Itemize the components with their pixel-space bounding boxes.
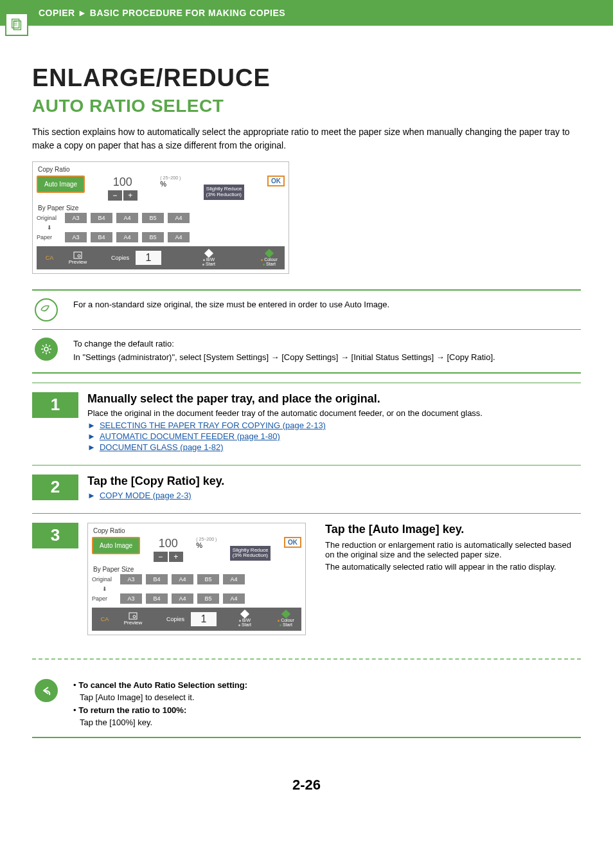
breadcrumb: COPIER ► BASIC PROCEDURE FOR MAKING COPI… <box>39 8 285 18</box>
tip1-body: Tap [Auto Image] to deselect it. <box>73 691 247 704</box>
step-links: ►COPY MODE (page 2-3) <box>87 491 581 500</box>
link-document-glass[interactable]: DOCUMENT GLASS (page 1-82) <box>100 442 224 452</box>
ca-button[interactable]: CA <box>39 255 60 261</box>
tip1-title: To cancel the Auto Ratio Selection setti… <box>78 680 247 690</box>
intro-text: This section explains how to automatical… <box>32 125 581 152</box>
bw-start-button[interactable]: B/W Start <box>232 611 258 627</box>
ratio-plus-button[interactable]: + <box>123 190 138 201</box>
tip2-title: To return the ratio to 100%: <box>78 705 186 715</box>
ok-button[interactable]: OK <box>284 537 301 548</box>
document-stack-icon <box>10 17 24 32</box>
note-title: To change the default ratio: <box>73 338 581 351</box>
percent-symbol: % <box>160 180 166 188</box>
bw-start-button[interactable]: B/W Start <box>196 250 222 266</box>
page-title: ENLARGE/REDUCE <box>32 64 581 92</box>
size-a4r-button[interactable]: A4 <box>168 213 190 223</box>
size-a4r-button[interactable]: A4 <box>168 232 190 242</box>
size-a4-button[interactable]: A4 <box>116 213 138 223</box>
step-desc: Place the original in the document feede… <box>87 408 581 418</box>
copy-ratio-panel: Copy Ratio Auto Image 100 − + ( 25~200 )… <box>32 161 289 274</box>
back-arrow-icon <box>35 679 58 702</box>
step-title: Tap the [Auto Image] key. <box>325 523 581 536</box>
note-text: For a non-standard size original, the si… <box>73 298 581 312</box>
colour-start-button[interactable]: Colour Start <box>256 250 282 266</box>
ratio-minus-button[interactable]: − <box>154 552 168 562</box>
size-b5-button[interactable]: B5 <box>142 213 164 223</box>
size-b5-button[interactable]: B5 <box>142 232 164 242</box>
paper-size-row: Paper A3 B4 A4 B5 A4 <box>37 232 285 242</box>
tip2-body: Tap the [100%] key. <box>73 716 247 729</box>
ratio-minus-button[interactable]: − <box>108 190 122 201</box>
breadcrumb-subsection[interactable]: BASIC PROCEDURE FOR MAKING COPIES <box>90 8 285 18</box>
step-title: Manually select the paper tray, and plac… <box>87 392 581 406</box>
link-paper-tray[interactable]: SELECTING THE PAPER TRAY FOR COPYING (pa… <box>100 420 326 430</box>
page-number: 2-26 <box>32 777 581 793</box>
note-nonstandard: For a non-standard size original, the si… <box>32 291 581 329</box>
auto-image-button[interactable]: Auto Image <box>37 176 85 193</box>
settings-icon <box>35 338 58 361</box>
diamond-icon <box>204 248 213 257</box>
copies-label: Copies <box>111 255 129 261</box>
ok-button[interactable]: OK <box>267 176 285 186</box>
preview-icon <box>129 612 138 620</box>
preview-icon <box>73 251 82 259</box>
ca-button[interactable]: CA <box>94 616 115 622</box>
note-body: In "Settings (administrator)", select [S… <box>73 351 581 365</box>
colour-start-button[interactable]: Colour Start <box>273 611 299 627</box>
original-size-row: Original A3 B4 A4 B5 A4 <box>37 213 285 223</box>
panel-title: Copy Ratio <box>38 166 285 173</box>
arrow-down-icon: ⬇ <box>102 586 301 592</box>
step-1: 1 Manually select the paper tray, and pl… <box>32 383 581 465</box>
note-default-ratio: To change the default ratio: In "Setting… <box>32 330 581 372</box>
link-adf[interactable]: AUTOMATIC DOCUMENT FEEDER (page 1-80) <box>100 431 280 441</box>
svg-point-9 <box>133 615 136 618</box>
step-title: Tap the [Copy Ratio] key. <box>87 475 581 488</box>
step-number: 2 <box>32 475 78 500</box>
ratio-range: ( 25~200 ) <box>160 176 181 180</box>
size-a4-button[interactable]: A4 <box>116 232 138 242</box>
panel-bottom-bar: CA Preview Copies 1 B/W Start Colour Sta… <box>37 246 285 269</box>
arrow-down-icon: ⬇ <box>47 224 285 231</box>
svg-point-6 <box>78 255 80 257</box>
link-copy-mode[interactable]: COPY MODE (page 2-3) <box>100 491 191 500</box>
size-b4-button[interactable]: B4 <box>91 232 112 242</box>
step-number: 3 <box>32 523 78 548</box>
auto-image-button[interactable]: Auto Image <box>92 537 140 554</box>
size-a3-button[interactable]: A3 <box>65 232 87 242</box>
step-links: ►SELECTING THE PAPER TRAY FOR COPYING (p… <box>87 420 581 452</box>
step-number: 1 <box>32 392 78 418</box>
step-2: 2 Tap the [Copy Ratio] key. ►COPY MODE (… <box>32 466 581 513</box>
tips-block: • To cancel the Auto Ratio Selection set… <box>32 671 581 737</box>
preview-button[interactable]: Preview <box>64 251 92 265</box>
size-b4-button[interactable]: B4 <box>91 213 112 223</box>
page-subtitle: AUTO RATIO SELECT <box>32 96 581 116</box>
copies-value[interactable]: 1 <box>191 612 217 626</box>
diamond-icon <box>265 248 274 257</box>
step3-desc1: The reduction or enlargement ratio is au… <box>325 540 581 559</box>
slightly-reduce-button[interactable]: Slightly Reduce (3% Reduction) <box>230 546 271 561</box>
svg-point-7 <box>44 347 48 351</box>
size-a3-button[interactable]: A3 <box>65 213 87 223</box>
copier-mode-icon <box>5 13 28 36</box>
info-icon <box>35 298 58 321</box>
by-paper-size-label: By Paper Size <box>38 204 285 212</box>
preview-button[interactable]: Preview <box>119 612 147 626</box>
copies-value[interactable]: 1 <box>136 251 161 265</box>
step3-desc2: The automatically selected ratio will ap… <box>325 562 581 572</box>
slightly-reduce-button[interactable]: Slightly Reduce (3% Reduction) <box>204 185 245 200</box>
step-3: 3 Copy Ratio Auto Image 100 − + ( 25~200… <box>32 514 581 647</box>
header-bar: COPIER ► BASIC PROCEDURE FOR MAKING COPI… <box>0 0 613 26</box>
ratio-value: 100 <box>113 176 132 189</box>
breadcrumb-section[interactable]: COPIER <box>39 8 75 18</box>
copy-ratio-panel-step3: Copy Ratio Auto Image 100 − + ( 25~200 )… <box>87 523 306 635</box>
breadcrumb-separator: ► <box>78 8 87 18</box>
ratio-plus-button[interactable]: + <box>169 552 183 562</box>
